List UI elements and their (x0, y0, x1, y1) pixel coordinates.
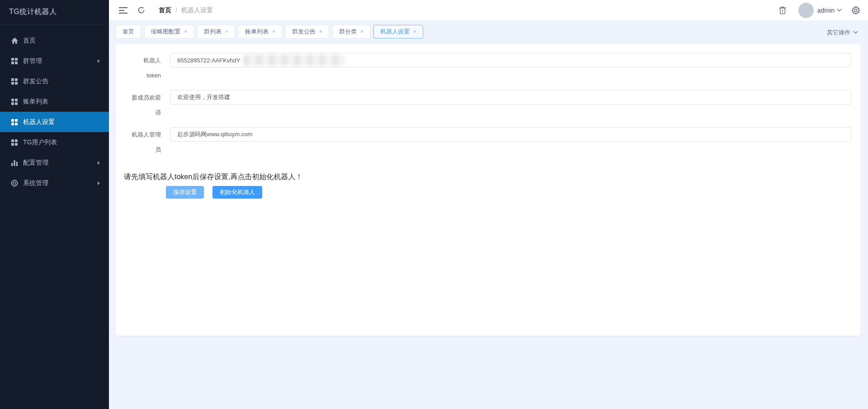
close-icon[interactable]: × (360, 29, 363, 34)
sidebar-item-label: 群管理 (23, 57, 98, 65)
main-area: 首页 / 机器人设置 admin (109, 0, 868, 409)
chevron-right-icon (98, 161, 100, 165)
refresh-icon[interactable] (135, 5, 147, 16)
tab-bill-list[interactable]: 账单列表 × (238, 25, 282, 38)
chevron-down-icon (853, 31, 858, 34)
grid-icon (11, 98, 18, 105)
sidebar-item-tg-users[interactable]: TG用户列表 (0, 132, 109, 152)
username: admin (817, 7, 835, 14)
tab-group-category[interactable]: 群分类 × (332, 25, 370, 38)
breadcrumb-separator: / (175, 7, 177, 14)
tab-home[interactable]: 首页 (116, 25, 141, 38)
close-icon[interactable]: × (319, 29, 322, 34)
breadcrumb-home[interactable]: 首页 (159, 6, 171, 14)
close-icon[interactable]: × (272, 29, 275, 34)
bot-admin-input[interactable]: 起步源码网www.qibuym.com (170, 127, 851, 142)
form-buttons: 保存设置 初始化机器人 (116, 186, 861, 199)
sidebar-menu: 首页 群管理 群发公告 账单列表 (0, 24, 109, 193)
tab-thumbnail-config[interactable]: 缩略图配置 × (144, 25, 194, 38)
close-icon[interactable]: × (413, 29, 416, 34)
sidebar-item-label: 账单列表 (23, 98, 100, 106)
user-menu[interactable]: admin (817, 7, 842, 14)
sidebar-item-label: TG用户列表 (23, 138, 100, 147)
bot-admin-value: 起步源码网www.qibuym.com (177, 130, 252, 138)
sidebar-item-system-manage[interactable]: 系统管理 (0, 173, 109, 193)
sidebar-item-label: 首页 (23, 37, 100, 45)
page-content: 机器人token 6552895722:AAFKvhdY 新成员欢迎语 欢迎使用… (109, 44, 868, 409)
sidebar-item-group-broadcast[interactable]: 群发公告 (0, 71, 109, 91)
grid-icon (11, 78, 18, 85)
save-settings-button[interactable]: 保存设置 (166, 186, 204, 199)
welcome-message-value: 欢迎使用，开发搭建 (177, 93, 230, 101)
sidebar-item-label: 系统管理 (23, 179, 98, 187)
form-row: 新成员欢迎语 欢迎使用，开发搭建 (116, 90, 861, 120)
tab-label: 机器人设置 (380, 28, 410, 36)
chevron-right-icon (98, 181, 100, 185)
sidebar-item-bot-settings[interactable]: 机器人设置 (0, 112, 109, 132)
welcome-message-input[interactable]: 欢迎使用，开发搭建 (170, 90, 851, 105)
trash-icon[interactable] (777, 5, 788, 16)
tab-label: 账单列表 (245, 28, 269, 36)
sidebar-item-bill-list[interactable]: 账单列表 (0, 91, 109, 112)
top-navbar: 首页 / 机器人设置 admin (109, 0, 868, 20)
avatar[interactable] (798, 3, 814, 18)
bot-token-value: 6552895722:AAFKvhdY (177, 57, 241, 64)
tab-bot-settings[interactable]: 机器人设置 × (373, 25, 423, 38)
more-operations-label: 其它操作 (827, 29, 850, 37)
bot-token-input[interactable]: 6552895722:AAFKvhdY (170, 53, 851, 67)
chevron-down-icon (837, 9, 842, 12)
grid-icon (11, 139, 18, 146)
sidebar: TG统计机器人 首页 群管理 群发公告 (0, 0, 109, 409)
app-root: TG统计机器人 首页 群管理 群发公告 (0, 0, 868, 409)
init-bot-button[interactable]: 初始化机器人 (212, 186, 262, 199)
menu-fold-icon[interactable] (117, 5, 129, 16)
bot-admin-label: 机器人管理员 (116, 127, 170, 157)
tab-label: 首页 (123, 28, 134, 36)
more-operations-dropdown[interactable]: 其它操作 (827, 20, 858, 44)
chevron-right-icon (98, 59, 100, 63)
tab-label: 群发公告 (292, 28, 316, 36)
tab-label: 群分类 (339, 28, 357, 36)
tab-bar: 首页 缩略图配置 × 群列表 × 账单列表 × 群发公告 × 群分类 × (109, 20, 868, 44)
bot-token-label: 机器人token (116, 53, 170, 83)
gear-icon (11, 180, 18, 187)
app-logo: TG统计机器人 (0, 0, 109, 24)
navbar-actions: admin (777, 3, 860, 18)
tab-label: 群列表 (204, 28, 222, 36)
redacted-blur-patch (243, 55, 345, 66)
breadcrumb: 首页 / 机器人设置 (159, 6, 213, 14)
sidebar-item-label: 配置管理 (23, 159, 98, 167)
grid-icon (11, 119, 18, 126)
bar-chart-icon (11, 159, 18, 166)
breadcrumb-current: 机器人设置 (181, 6, 213, 14)
form-row: 机器人token 6552895722:AAFKvhdY (116, 53, 861, 83)
tab-group-broadcast[interactable]: 群发公告 × (285, 25, 329, 38)
tab-group-list[interactable]: 群列表 × (197, 25, 235, 38)
sidebar-item-group-manage[interactable]: 群管理 (0, 51, 109, 71)
close-icon[interactable]: × (184, 29, 187, 34)
form-row: 机器人管理员 起步源码网www.qibuym.com (116, 127, 861, 157)
sidebar-item-label: 群发公告 (23, 77, 100, 86)
home-icon (11, 37, 18, 44)
close-icon[interactable]: × (225, 29, 228, 34)
welcome-message-label: 新成员欢迎语 (116, 90, 170, 120)
sidebar-item-home[interactable]: 首页 (0, 30, 109, 51)
grid-icon (11, 57, 18, 65)
gear-icon[interactable] (852, 6, 860, 14)
form-hint-text: 请先填写机器人token后保存设置,再点击初始化机器人！ (116, 172, 861, 182)
bot-settings-card: 机器人token 6552895722:AAFKvhdY 新成员欢迎语 欢迎使用… (116, 44, 861, 336)
sidebar-item-config-manage[interactable]: 配置管理 (0, 152, 109, 173)
tab-label: 缩略图配置 (151, 28, 180, 36)
sidebar-item-label: 机器人设置 (23, 118, 100, 126)
